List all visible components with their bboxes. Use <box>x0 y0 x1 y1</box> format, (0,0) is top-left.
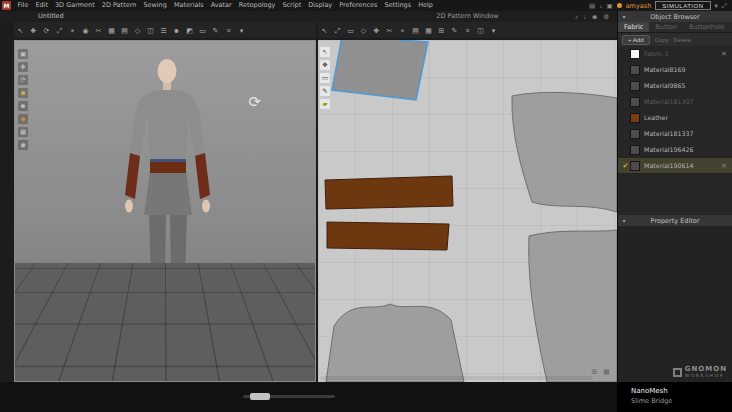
username[interactable]: amyash <box>626 2 652 10</box>
trash-icon[interactable]: ✕ <box>719 50 729 58</box>
menu-item[interactable]: Preferences <box>336 0 381 11</box>
diamond-icon[interactable]: ◇ <box>131 24 144 37</box>
menu-item[interactable]: Retopology <box>235 0 279 11</box>
pants-left-leg[interactable] <box>149 211 166 279</box>
menu-item[interactable]: Edit <box>32 0 52 11</box>
simulation-button[interactable]: SIMULATION <box>655 1 710 10</box>
grid-2d-icon[interactable]: ▦ <box>422 24 435 37</box>
list-2d-icon[interactable]: ≡ <box>461 24 474 37</box>
select-2d-icon[interactable]: ↖ <box>318 24 331 37</box>
more-icon[interactable]: ▾ <box>235 24 248 37</box>
avatar-icon[interactable]: ☻ <box>170 24 183 37</box>
trash-icon[interactable]: ✕ <box>719 162 729 170</box>
zoom-slider-thumb[interactable] <box>250 393 270 400</box>
library-icon[interactable]: ▤ <box>589 2 595 10</box>
left-forearm-cuff[interactable] <box>125 153 140 199</box>
bodice-piece-lower[interactable] <box>529 230 617 382</box>
rotate-icon[interactable]: ⟳ <box>40 24 53 37</box>
object-browser-tab[interactable]: Buttonhole <box>683 22 731 32</box>
right-forearm-cuff[interactable] <box>195 153 210 199</box>
menu-item[interactable]: Script <box>279 0 305 11</box>
edit-2d-icon[interactable]: ✎ <box>448 24 461 37</box>
leather-belt-piece-2[interactable] <box>327 222 449 250</box>
menu-item[interactable]: 3D Garment <box>51 0 98 11</box>
copy-fabric-button[interactable]: Copy <box>655 37 669 43</box>
garment-torso[interactable] <box>148 89 188 161</box>
pan-icon[interactable]: ❖ <box>18 62 28 72</box>
pen-icon[interactable]: ✎ <box>209 24 222 37</box>
plane-icon[interactable]: ▭ <box>196 24 209 37</box>
object-browser-tab[interactable]: Fabric <box>618 22 649 32</box>
collapse-caret-icon[interactable]: ▾ <box>618 13 630 20</box>
tunic-skirt[interactable] <box>144 171 192 215</box>
add-fabric-button[interactable]: + Add <box>622 35 650 45</box>
download-icon[interactable]: ↓ <box>599 2 602 10</box>
fabric-row[interactable]: Material9865 <box>618 78 732 94</box>
layers-icon[interactable]: ▤ <box>118 24 131 37</box>
settings-icon[interactable]: ⚙ <box>603 13 609 21</box>
account-icon[interactable]: ☻ <box>591 13 598 20</box>
stack-icon[interactable]: ≡ <box>222 24 235 37</box>
show-garment-icon[interactable]: ◆ <box>18 114 28 124</box>
hide-avatar-icon[interactable]: ☻ <box>18 101 28 111</box>
sound-icon[interactable]: ♪ <box>575 13 578 20</box>
reset-view-icon[interactable]: ⟳ <box>18 75 28 85</box>
window-2d-icon[interactable]: ◫ <box>474 24 487 37</box>
left-upper-sleeve[interactable] <box>130 93 149 156</box>
pan-pattern-icon[interactable]: ❖ <box>320 60 330 70</box>
rect-2d-icon[interactable]: ▭ <box>344 24 357 37</box>
fabric-row[interactable]: Material181307 <box>618 94 732 110</box>
move-icon[interactable]: ✚ <box>27 24 40 37</box>
garment-tab[interactable]: Untitled <box>38 11 64 22</box>
menu-item[interactable]: Settings <box>381 0 415 11</box>
back-piece[interactable] <box>326 304 464 382</box>
fabric-row[interactable]: Fabric 1 ✕ <box>618 46 732 62</box>
pattern-hscrollbar[interactable] <box>320 376 593 380</box>
rows-2d-icon[interactable]: ▤ <box>409 24 422 37</box>
add-point-2d-icon[interactable]: ✚ <box>370 24 383 37</box>
object-browser-tab[interactable]: Button <box>649 22 683 32</box>
selected-pattern-piece[interactable] <box>332 40 428 100</box>
avatar-3d[interactable] <box>15 41 316 382</box>
texture-toggle-icon[interactable]: ▦ <box>602 367 611 376</box>
leather-belt-piece-1[interactable] <box>325 176 453 209</box>
select-icon[interactable]: ↖ <box>14 24 27 37</box>
edit-pattern-icon[interactable]: ✎ <box>320 86 330 96</box>
more-2d-icon[interactable]: ▾ <box>487 24 500 37</box>
fullscreen-icon[interactable]: ⤢ <box>722 2 727 10</box>
menu-item[interactable]: File <box>14 0 32 11</box>
menu-item[interactable]: Avatar <box>207 0 235 11</box>
transform-2d-icon[interactable]: ⤢ <box>331 24 344 37</box>
fabric-row[interactable]: ✔ Material190614 ✕ <box>618 158 732 174</box>
menu-item[interactable]: Help <box>415 0 437 11</box>
show-avatar-icon[interactable]: ☻ <box>18 88 28 98</box>
window-icon[interactable]: ◫ <box>144 24 157 37</box>
collapse-caret-icon[interactable]: ▾ <box>618 217 630 224</box>
rect-pattern-icon[interactable]: ▭ <box>320 73 330 83</box>
viewport-3d[interactable]: ▣❖⟳☻☻◆▦◉ ⟳ <box>14 40 316 382</box>
polygon-2d-icon[interactable]: ◇ <box>357 24 370 37</box>
target-2d-icon[interactable]: ⌖ <box>396 24 409 37</box>
scissors-icon[interactable]: ✂ <box>92 24 105 37</box>
mesh-icon[interactable]: ▦ <box>105 24 118 37</box>
snapshot-icon[interactable]: ▣ <box>18 49 28 59</box>
dropdown-icon[interactable]: ▾ <box>715 2 718 10</box>
fabric-row[interactable]: Material196426 <box>618 142 732 158</box>
cut-2d-icon[interactable]: ✂ <box>383 24 396 37</box>
bodice-piece-upper[interactable] <box>512 92 617 212</box>
menu-item[interactable]: Sewing <box>140 0 171 11</box>
note-icon[interactable]: ▰ <box>320 99 330 109</box>
gizmo-icon[interactable]: ⌖ <box>66 24 79 37</box>
menu-item[interactable]: 2D Pattern <box>98 0 140 11</box>
pants-right-leg[interactable] <box>170 211 187 279</box>
right-upper-sleeve[interactable] <box>186 93 205 156</box>
rotate-view-gizmo[interactable]: ⟳ <box>248 93 261 111</box>
grid-toggle-icon[interactable]: ⊞ <box>590 367 599 376</box>
download-icon[interactable]: ↓ <box>583 13 586 20</box>
menu-item[interactable]: Display <box>305 0 336 11</box>
delete-fabric-button[interactable]: Delete <box>674 37 691 43</box>
fabric-row[interactable]: Leather <box>618 110 732 126</box>
texture-2d-icon[interactable]: ⊞ <box>435 24 448 37</box>
fabric-row[interactable]: Material8169 <box>618 62 732 78</box>
pattern-window-2d[interactable]: ↖❖▭✎▰ ⊞▦ <box>318 40 617 382</box>
